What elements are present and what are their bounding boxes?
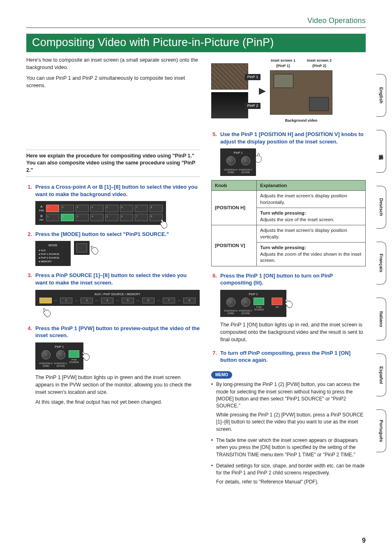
table-r1a: Adjusts the inset screen's display posit… [257,191,366,208]
intro-text: Here's how to composite an inset screen … [26,56,200,90]
knobs-figure: PinP 1 POSITION H(SIZE) POSITION V(ZOOM) [220,148,366,176]
on-figure: PinP 1 POSITION H(SIZE) POSITION V(ZOOM)… [220,290,366,317]
thumb-output [270,70,332,115]
pointing-hand-icon [87,243,99,259]
crosspoint-b-2[interactable]: 2 [61,214,74,221]
step-3-title: 3. Press a PinP SOURCE [1]–[8] button to… [26,272,200,286]
table-r1-knob: [POSITION H] [212,191,257,225]
lang-tab-portugues[interactable]: Português [376,409,386,452]
intro-p2: You can use PinP 1 and PinP 2 simultaneo… [26,74,200,89]
aux-figure: AUX / PinP SOURCE / MEMORY 1— 2— 3— 4— 5… [35,290,200,319]
pointing-hand-icon [39,306,52,321]
output-pip2 [309,97,329,111]
pointing-hand-icon [281,297,294,312]
left-column: Here's how to composite an inset screen … [26,56,200,490]
step-7-number: 7. [211,349,217,364]
aux-btn-8[interactable]: 8 [183,298,196,303]
row-a-label: A [40,205,42,208]
aux-btn-2[interactable]: 2 [60,298,72,303]
lang-tab-italiano[interactable]: Italiano [376,298,386,340]
step-6-note: The PinP 1 [ON] button lights up in red,… [220,321,366,343]
diagram-bgvideo-caption: Background video [270,118,332,123]
position-h-knob[interactable] [226,156,235,165]
step-2-title: 2. Press the [MODE] button to select "Pi… [26,231,200,238]
memo-item-3: Detailed settings for size, shape, and b… [211,462,366,486]
mode-item-memory: ● MEMORY [39,260,67,264]
memo-item-2: The fade time over which the inset scree… [211,437,366,458]
aux-btn-5[interactable]: 5 [122,298,134,303]
memo-item-1: By long-pressing the PinP 1 (2) [PVW] bu… [211,381,366,433]
diagram-inset1-caption: Inset screen 1(PinP 1) [271,58,295,69]
crosspoint-b-1[interactable]: 1 [46,214,59,221]
lang-tab-francais[interactable]: Français [376,242,386,284]
table-r2b: Turn while pressing:Adjusts the zoom of … [257,243,366,266]
right-column: PinP 1 PinP 2 ▶ [211,56,366,490]
table-header-explanation: Explanation [257,180,366,191]
crosspoint-b-4[interactable]: 4 [90,214,104,221]
crosspoint-a-2[interactable]: 2 [61,205,74,212]
crosspoint-a-3[interactable]: 3 [76,205,89,212]
crosspoint-figure: APGM 1 2 3 4 5 6 7 8 BPST 1 2 3 [35,201,200,225]
procedure-callout: Here we explain the procedure for compos… [26,150,200,177]
position-h-knob[interactable] [42,350,51,359]
step-3-text: Press a PinP SOURCE [1]–[8] button to se… [35,272,200,286]
diagram-pinp1-label: PinP 1 [245,74,261,80]
crosspoint-a-6[interactable]: 6 [120,205,133,212]
aux-btn-6[interactable]: 6 [142,298,154,303]
position-v-knob[interactable] [241,156,250,165]
row-b-label: B [40,214,42,218]
lang-tab-japanese[interactable]: 日本語 [376,130,386,173]
crosspoint-a-7[interactable]: 7 [135,205,148,212]
aux-btn-7[interactable]: 7 [163,298,175,303]
output-pip1 [274,74,293,88]
step-2-number: 2. [26,231,32,238]
step-7-title: 7. To turn off PinP compositing, press t… [211,349,366,364]
header-breadcrumb: Video Operations [26,16,366,25]
crosspoint-a-1[interactable]: 1 [46,205,59,212]
table-r2a: Adjusts the inset screen's display posit… [257,225,366,243]
step-6-text: Press the PinP 1 [ON] button to turn on … [220,272,366,287]
aux-btn-4[interactable]: 4 [101,298,113,303]
mode-item-pinp2: ● PinP 2 SOURCE [39,256,67,260]
step-4-note-1: The PinP 1 [PVW] button lights up in gre… [35,374,200,396]
memo-label: MEMO [211,371,232,379]
arrow-right-icon: ▶ [259,84,266,97]
position-h-knob[interactable] [226,298,235,307]
step-7-text: To turn off PinP compositing, press the … [220,349,366,364]
step-1-number: 1. [26,183,32,198]
table-row: [POSITION V] Adjusts the inset screen's … [212,225,366,243]
step-4-number: 4. [26,325,32,339]
position-v-knob[interactable] [241,298,250,307]
table-row: [POSITION H] Adjusts the inset screen's … [212,191,366,208]
crosspoint-a-4[interactable]: 4 [90,205,104,212]
lang-tab-deutsch[interactable]: Deutsch [376,186,386,229]
step-2-text: Press the [MODE] button to select "PinP1… [35,231,169,238]
step-6-number: 6. [211,272,217,287]
lang-tab-espanol[interactable]: Español [376,354,386,396]
pvw-button[interactable] [254,298,264,305]
table-r2-knob: [POSITION V] [212,225,257,266]
mode-item-aux: ● AUX [39,249,67,252]
pvw-figure: PinP 1 POSITION H(SIZE) POSITION V(ZOOM)… [35,342,200,370]
pinp1-header: PinP 1 [224,151,252,155]
memo-list: By long-pressing the PinP 1 (2) [PVW] bu… [211,381,366,486]
position-v-knob[interactable] [56,350,65,359]
step-4-note-2: At this stage, the final output has not … [35,398,200,406]
pinp1-header: PinP 1 [224,292,282,296]
lang-tab-english[interactable]: English [376,74,386,117]
thumb-source-1 [211,63,248,90]
aux-btn-3[interactable]: 3 [81,298,93,303]
crosspoint-b-5[interactable]: 5 [105,214,118,221]
crosspoint-b-7[interactable]: 7 [135,214,148,221]
crosspoint-a-5[interactable]: 5 [105,205,118,212]
aux-header: AUX / PinP SOURCE / MEMORY [39,292,196,296]
intro-p1: Here's how to composite an inset screen … [26,56,200,71]
crosspoint-b-3[interactable]: 3 [76,214,89,221]
step-6-title: 6. Press the PinP 1 [ON] button to turn … [211,272,366,287]
table-header-knob: Knob [212,180,257,191]
crosspoint-b-6[interactable]: 6 [120,214,133,221]
crosspoint-a-8[interactable]: 8 [150,205,163,212]
aux-btn-1[interactable]: 1 [39,298,52,303]
thumb-source-2 [211,92,248,118]
page-number: 9 [362,537,366,544]
